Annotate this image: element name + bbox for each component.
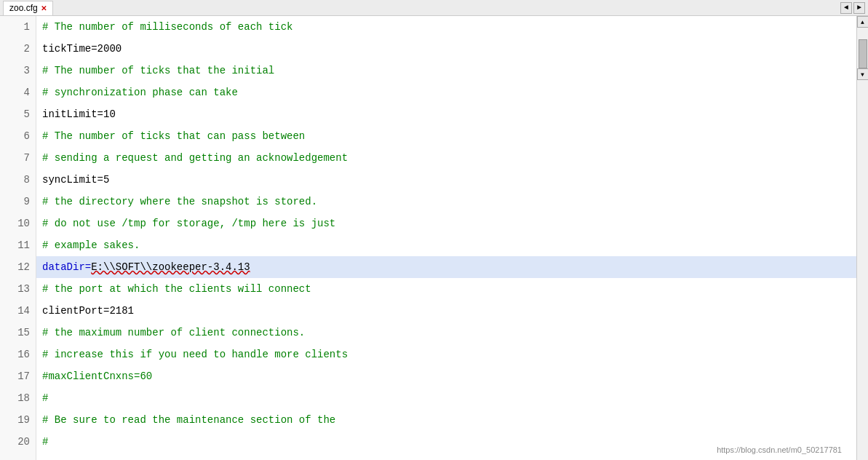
comment-text: # <box>42 436 48 448</box>
comment-text: # The number of ticks that the initial <box>42 65 274 76</box>
code-line: # do not use /tmp for storage, /tmp here… <box>36 213 856 234</box>
line-number: 4 <box>0 82 36 103</box>
line-number: 1 <box>0 16 36 38</box>
code-line: # synchronization phase can take <box>36 82 856 103</box>
vertical-scrollbar[interactable]: ▲ ▼ <box>856 16 868 460</box>
code-line: # The number of ticks that can pass betw… <box>36 125 856 147</box>
comment-text: # sending a request and getting an ackno… <box>42 152 348 164</box>
line-numbers-panel: 1234567891011121314151617181920 <box>0 16 36 460</box>
comment-text: # <box>42 392 48 404</box>
comment-text: # the port at which the clients will con… <box>42 283 311 295</box>
code-line: # The number of milliseconds of each tic… <box>36 16 856 38</box>
comment-text: # Be sure to read the maintenance sectio… <box>42 414 335 426</box>
title-bar: zoo.cfg ✕ ◄ ► <box>0 0 868 16</box>
editor-window: zoo.cfg ✕ ◄ ► 12345678910111213141516171… <box>0 0 868 460</box>
line-number: 10 <box>0 213 36 234</box>
comment-text: # The number of milliseconds of each tic… <box>42 21 292 33</box>
line-number: 8 <box>0 169 36 191</box>
code-line: # sending a request and getting an ackno… <box>36 147 856 169</box>
code-line: # Be sure to read the maintenance sectio… <box>36 409 856 431</box>
nav-left-button[interactable]: ◄ <box>840 2 852 14</box>
code-area[interactable]: # The number of milliseconds of each tic… <box>36 16 856 460</box>
line-number: 18 <box>0 387 36 409</box>
tab-title: zoo.cfg <box>9 3 38 13</box>
line-number: 17 <box>0 365 36 387</box>
comment-text: # do not use /tmp for storage, /tmp here… <box>42 218 335 229</box>
line-number: 13 <box>0 278 36 300</box>
code-line: tickTime=2000 <box>36 38 856 60</box>
line-number: 7 <box>0 147 36 169</box>
comment-text: # synchronization phase can take <box>42 87 238 98</box>
comment-text: # The number of ticks that can pass betw… <box>42 130 305 142</box>
code-line: # <box>36 387 856 409</box>
line-number: 20 <box>0 431 36 453</box>
comment-text: # increase this if you need to handle mo… <box>42 349 348 360</box>
scrollbar-down-button[interactable]: ▼ <box>857 68 869 80</box>
line-number: 11 <box>0 234 36 256</box>
line-number: 19 <box>0 409 36 431</box>
comment-text: #maxClientCnxns=60 <box>42 370 152 382</box>
line-number: 9 <box>0 191 36 213</box>
code-line: syncLimit=5 <box>36 169 856 191</box>
watermark: https://blog.csdn.net/m0_50217781 <box>717 445 842 454</box>
line-number: 2 <box>0 38 36 60</box>
scrollbar-up-button[interactable]: ▲ <box>857 16 869 28</box>
tab-close-button[interactable]: ✕ <box>41 4 47 12</box>
comment-text: # the maximum number of client connectio… <box>42 327 305 338</box>
value-text-error: E:\\SOFT\\zookeeper-3.4.13 <box>91 261 250 273</box>
file-tab[interactable]: zoo.cfg ✕ <box>3 1 53 15</box>
line-number: 6 <box>0 125 36 147</box>
code-line: # increase this if you need to handle mo… <box>36 344 856 365</box>
line-number: 12 <box>0 256 36 278</box>
line-number: 15 <box>0 322 36 344</box>
code-line: # The number of ticks that the initial <box>36 60 856 82</box>
comment-text: # the directory where the snapshot is st… <box>42 196 317 207</box>
line-number: 14 <box>0 300 36 322</box>
code-line: # example sakes. <box>36 234 856 256</box>
line-number: 3 <box>0 60 36 82</box>
key-text: dataDir= <box>42 261 91 273</box>
code-line: clientPort=2181 <box>36 300 856 322</box>
line-number: 16 <box>0 344 36 365</box>
comment-text: # example sakes. <box>42 239 140 251</box>
nav-right-button[interactable]: ► <box>853 2 865 14</box>
line-number: 5 <box>0 103 36 125</box>
code-line: dataDir=E:\\SOFT\\zookeeper-3.4.13 <box>36 256 856 278</box>
code-line: # the maximum number of client connectio… <box>36 322 856 344</box>
code-line: # the directory where the snapshot is st… <box>36 191 856 213</box>
code-line: initLimit=10 <box>36 103 856 125</box>
scrollbar-thumb[interactable] <box>859 39 867 68</box>
code-lines: # The number of milliseconds of each tic… <box>36 16 856 453</box>
editor-area: 1234567891011121314151617181920 # The nu… <box>0 16 868 460</box>
code-line: #maxClientCnxns=60 <box>36 365 856 387</box>
nav-arrows: ◄ ► <box>840 2 865 14</box>
code-line: # the port at which the clients will con… <box>36 278 856 300</box>
